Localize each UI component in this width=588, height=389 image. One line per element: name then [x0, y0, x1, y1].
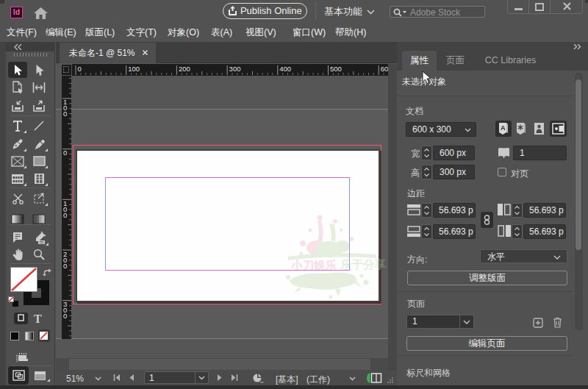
- svg-text:400: 400: [279, 65, 291, 73]
- svg-text:A: A: [501, 124, 506, 132]
- svg-text:200: 200: [179, 65, 190, 73]
- svg-text:600: 600: [381, 65, 388, 73]
- svg-text:300: 300: [229, 65, 241, 73]
- svg-text:0: 0: [63, 110, 67, 118]
- svg-text:500: 500: [330, 65, 342, 73]
- svg-text:0: 0: [63, 262, 67, 270]
- svg-text:0: 0: [63, 211, 67, 219]
- svg-text:0: 0: [78, 65, 82, 73]
- svg-text:0: 0: [63, 149, 67, 157]
- svg-text:0: 0: [63, 312, 67, 320]
- svg-text:100: 100: [128, 65, 140, 73]
